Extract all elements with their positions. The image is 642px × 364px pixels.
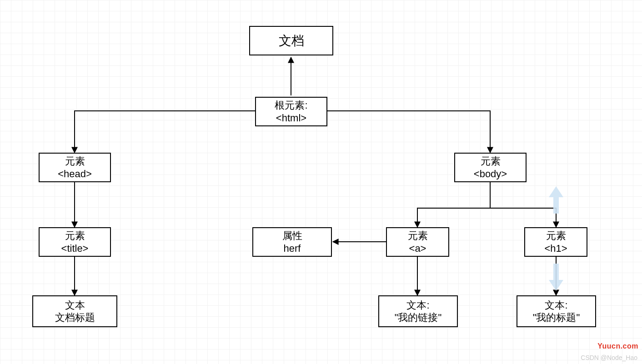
node-label: 根元素: xyxy=(275,99,307,112)
watermark-site: Yuucn.com xyxy=(597,342,638,350)
node-label: 文档 xyxy=(279,33,304,49)
nav-down-icon xyxy=(547,264,565,291)
node-sub: <body> xyxy=(474,168,507,180)
node-label: 文本: xyxy=(545,299,567,312)
nav-up-icon xyxy=(547,186,565,214)
node-label: 元素 xyxy=(408,229,428,242)
node-sub: "我的链接" xyxy=(395,311,442,324)
svg-marker-7 xyxy=(549,264,563,291)
diagram-canvas: 文档 根元素: <html> 元素 <head> 元素 <body> 元素 <t… xyxy=(0,0,642,364)
node-text-title: 文本 文档标题 xyxy=(32,295,117,327)
node-label: 文本: xyxy=(406,299,429,312)
node-label: 元素 xyxy=(546,229,566,242)
node-label: 属性 xyxy=(282,229,302,242)
node-document: 文档 xyxy=(249,26,333,55)
svg-marker-6 xyxy=(549,186,563,214)
node-body: 元素 <body> xyxy=(454,153,527,182)
node-sub: "我的标题" xyxy=(533,311,580,324)
node-label: 元素 xyxy=(481,155,501,168)
node-h1: 元素 <h1> xyxy=(524,227,587,257)
node-label: 文本 xyxy=(65,299,85,312)
node-text-link: 文本: "我的链接" xyxy=(378,295,458,327)
node-sub: <html> xyxy=(276,112,306,125)
node-sub: <title> xyxy=(61,242,89,255)
node-label: 元素 xyxy=(65,155,85,168)
node-label: 元素 xyxy=(65,229,85,242)
watermark-author: CSDN @Node_Hao xyxy=(581,354,637,361)
node-sub: 文档标题 xyxy=(55,311,95,324)
node-sub: <a> xyxy=(409,242,426,255)
node-html: 根元素: <html> xyxy=(255,97,327,126)
node-sub: <h1> xyxy=(544,242,567,255)
node-sub: <head> xyxy=(58,168,92,180)
node-head: 元素 <head> xyxy=(39,153,111,182)
node-title: 元素 <title> xyxy=(39,227,111,257)
node-text-h1: 文本: "我的标题" xyxy=(517,295,596,327)
node-sub: herf xyxy=(284,242,301,255)
node-attr-herf: 属性 herf xyxy=(252,227,332,257)
node-a: 元素 <a> xyxy=(386,227,449,257)
